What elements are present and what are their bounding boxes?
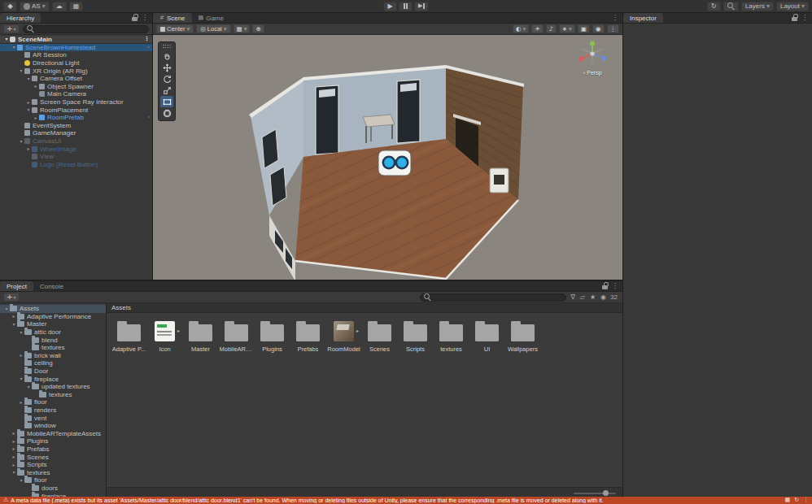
expand-icon[interactable]: ▸ [11, 463, 17, 467]
project-tree-row-window[interactable]: window [0, 422, 106, 430]
tab-scene[interactable]: #Scene [153, 13, 192, 23]
hierarchy-row-scenemain[interactable]: ▾SceneMain⋮ [0, 36, 152, 44]
layout-dropdown[interactable]: Layout▾ [776, 2, 809, 11]
project-tree-row-assets[interactable]: ▾Assets [0, 305, 106, 313]
snap-settings-button[interactable]: ⊕ [252, 24, 264, 33]
open-prefab-icon[interactable]: › [147, 115, 150, 120]
project-tree-row-master[interactable]: ▾Master [0, 320, 106, 328]
project-tree-row-ceiling[interactable]: ceiling [0, 359, 106, 367]
tab-inspector[interactable]: Inspector [623, 13, 663, 23]
scene-viewport[interactable]: ‹ Persp [153, 35, 622, 280]
tool-rotate-button[interactable] [160, 73, 173, 85]
hierarchy-row-canvasui[interactable]: ▾CanvasUI [0, 137, 152, 146]
hierarchy-row-main-camera[interactable]: Main Camera [0, 90, 152, 98]
asset-item-ui[interactable]: UI [469, 318, 504, 353]
project-tree-row-brick-wall[interactable]: ▸brick wall [0, 352, 106, 360]
panel-menu-icon[interactable]: ⋮ [801, 15, 808, 21]
cloud-services-button[interactable]: ☁ [52, 2, 67, 11]
collapse-icon[interactable]: ▾ [18, 376, 24, 381]
play-button[interactable]: ▶ [383, 2, 397, 11]
scene-fx-button[interactable]: ∗▾ [559, 24, 575, 33]
asset-item-plugins[interactable]: Plugins [255, 318, 290, 353]
expand-icon[interactable]: ▸ [18, 353, 24, 358]
collapse-icon[interactable]: ▾ [25, 385, 32, 389]
project-tree-row-fireplace[interactable]: ▾fireplace [0, 375, 106, 383]
project-tree-row-fireplace[interactable]: fireplace [0, 492, 106, 497]
grid-icon[interactable]: ▦ [785, 497, 791, 503]
project-tree-row-plugins[interactable]: ▸Plugins [0, 437, 106, 445]
scene-eye-button[interactable]: ◉ [592, 24, 605, 33]
expand-asset-icon[interactable]: ▸ [356, 328, 359, 333]
hierarchy-row-roomplacement[interactable]: ▾RoomPlacement [0, 106, 152, 114]
hierarchy-row-gamemanager[interactable]: GameManager [0, 129, 152, 137]
panel-menu-icon[interactable]: ⋮ [612, 15, 618, 21]
asset-item-adaptive-p[interactable]: Adaptive P... [111, 318, 146, 353]
collapse-icon[interactable]: ▾ [25, 107, 32, 112]
project-tree-row-prefabs[interactable]: ▸Prefabs [0, 445, 106, 454]
project-tree-row-updated-textures[interactable]: ▾updated textures [0, 383, 106, 391]
hierarchy-row-screen-space-ray-interactor[interactable]: ▸Screen Space Ray Interactor [0, 98, 152, 106]
undo-history-button[interactable]: ↻ [707, 2, 721, 11]
step-button[interactable]: ▶ [414, 2, 429, 11]
hierarchy-row-ar-session[interactable]: AR Session [0, 51, 152, 59]
expand-icon[interactable]: ▸ [33, 84, 39, 89]
pivot-mode-dropdown[interactable]: Center▾ [156, 24, 194, 33]
project-tree-row-door[interactable]: Door [0, 367, 106, 376]
status-bar[interactable]: ⚠ A meta data file (.meta) exists but it… [0, 497, 812, 504]
hierarchy-row-wheelimage[interactable]: ▸WheelImage [0, 145, 152, 153]
expand-icon[interactable]: ▸ [11, 454, 17, 459]
collapse-icon[interactable]: ▾ [18, 139, 24, 144]
projection-label[interactable]: ‹ Persp [574, 70, 611, 76]
ar-camera-gizmo[interactable] [378, 150, 411, 176]
global-search-button[interactable] [723, 2, 739, 11]
scene-menu-button[interactable]: ⋮ [607, 24, 620, 33]
hierarchy-row-camera-offset[interactable]: ▾Camera Offset [0, 75, 152, 83]
collapse-icon[interactable]: ▾ [11, 45, 17, 50]
expand-icon[interactable]: ▸ [33, 115, 39, 120]
tab-project[interactable]: Project [0, 281, 33, 291]
collapse-icon[interactable]: ▾ [3, 306, 10, 311]
expand-icon[interactable]: ▸ [11, 446, 17, 451]
open-prefab-icon[interactable]: › [147, 45, 150, 50]
search-by-type-icon[interactable]: ∇ [570, 294, 575, 301]
hidden-items-eye-icon[interactable]: ◉ [600, 294, 607, 301]
activity-menu-icon[interactable]: ⋮ [803, 497, 809, 503]
project-tree-row-scenes[interactable]: ▸Scenes [0, 453, 106, 461]
lock-icon[interactable] [792, 17, 797, 21]
favorites-star-icon[interactable]: ★ [589, 294, 596, 301]
project-tree-row-blend[interactable]: blend [0, 336, 106, 344]
layers-dropdown[interactable]: Layers▾ [741, 2, 774, 11]
thumbnail-zoom-slider[interactable] [574, 491, 616, 495]
breadcrumb[interactable]: Assets [111, 304, 131, 311]
pause-button[interactable] [399, 2, 413, 11]
asset-item-scripts[interactable]: Scripts [398, 318, 433, 353]
refresh-icon[interactable]: ↻ [794, 497, 799, 503]
project-tree-row-textures[interactable]: textures [0, 391, 106, 399]
project-tree-row-mobileartemplateassets[interactable]: ▸MobileARTemplateAssets [0, 430, 106, 438]
expand-icon[interactable]: ▸ [25, 146, 32, 151]
palette-grip[interactable] [163, 45, 171, 48]
scene-shaded-button[interactable]: ◐▾ [513, 24, 529, 33]
asset-item-master[interactable]: Master [183, 318, 218, 353]
slider-knob[interactable] [603, 490, 609, 496]
expand-icon[interactable]: ▸ [11, 314, 17, 319]
door[interactable] [397, 80, 420, 143]
project-tree-row-textures[interactable]: textures [0, 344, 106, 352]
stove[interactable] [490, 168, 509, 193]
tab-console[interactable]: Console [33, 281, 70, 291]
collapse-icon[interactable]: ▾ [18, 330, 24, 335]
project-tree-row-floor[interactable]: ▾floor [0, 476, 106, 484]
search-by-label-icon[interactable]: ▱ [579, 294, 586, 301]
expand-icon[interactable]: ▸ [18, 400, 24, 405]
project-search-input[interactable] [420, 293, 566, 302]
tool-hand-button[interactable] [160, 50, 173, 62]
project-tree-row-adaptive-performance[interactable]: ▸Adaptive Performance [0, 313, 106, 321]
lock-icon[interactable] [602, 285, 608, 289]
project-tree-row-floor[interactable]: ▸floor [0, 398, 106, 406]
services-button[interactable]: ▦ [69, 2, 84, 11]
collapse-icon[interactable]: ▾ [3, 37, 10, 41]
hierarchy-row-logo-reset-button[interactable]: Logo (Reset Button) [0, 161, 152, 169]
door[interactable] [316, 85, 338, 154]
project-tree-row-vent[interactable]: vent [0, 414, 106, 422]
hierarchy-row-directional-light[interactable]: Directional Light [0, 59, 152, 67]
